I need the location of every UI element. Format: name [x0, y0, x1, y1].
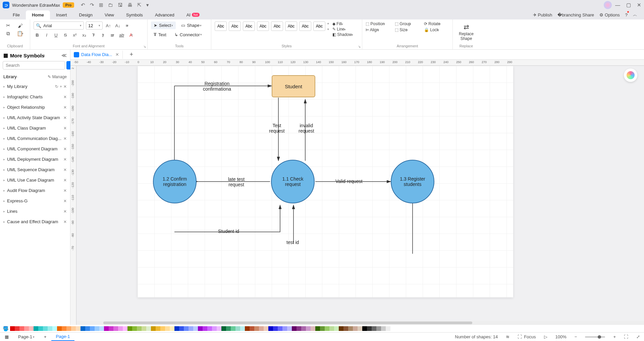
text-tool[interactable]: 𝐓 Text [151, 31, 169, 39]
zoom-in-icon[interactable]: + [609, 334, 620, 339]
color-swatch[interactable] [339, 326, 343, 331]
my-library[interactable]: ▸My Library ↻+✕ [0, 81, 70, 92]
page-list-icon[interactable]: ▦ [0, 333, 13, 341]
color-swatch[interactable] [372, 326, 376, 331]
layers-icon[interactable]: ≋ [502, 334, 514, 339]
tab-symbols[interactable]: Symbols [120, 10, 149, 19]
color-swatch[interactable] [376, 326, 381, 331]
close-category-icon[interactable]: ✕ [63, 136, 67, 141]
copy-icon[interactable]: ⧉ [3, 30, 13, 38]
color-swatch[interactable] [118, 326, 123, 331]
color-swatch[interactable] [142, 326, 146, 331]
print-icon[interactable]: 🖶 [127, 2, 132, 8]
close-category-icon[interactable]: ✕ [63, 126, 67, 131]
redo-icon[interactable]: ↷ [90, 2, 94, 8]
close-category-icon[interactable]: ✕ [63, 157, 67, 162]
add-icon[interactable]: + [60, 84, 62, 89]
page-canvas[interactable]: Student 1.2 Confirm registration 1.1 Che… [138, 66, 513, 297]
tab-insert[interactable]: Insert [50, 10, 73, 19]
color-swatch[interactable] [245, 326, 250, 331]
color-swatch[interactable] [132, 326, 137, 331]
color-swatch[interactable] [156, 326, 160, 331]
color-swatch[interactable] [179, 326, 184, 331]
subscript-icon[interactable]: x₂ [80, 31, 88, 39]
help-icon[interactable]: ? [625, 12, 628, 18]
user-avatar[interactable] [604, 1, 612, 9]
color-swatch[interactable] [10, 326, 15, 331]
zoom-out-icon[interactable]: − [571, 334, 581, 339]
close-category-icon[interactable]: ✕ [63, 178, 67, 183]
color-swatch[interactable] [80, 326, 85, 331]
shape-check-request[interactable]: 1.1 Check request [271, 160, 315, 203]
color-swatch[interactable] [38, 326, 43, 331]
close-category-icon[interactable]: ✕ [63, 105, 67, 110]
style-2[interactable]: Abc [229, 21, 241, 31]
color-swatch[interactable] [90, 326, 95, 331]
fontcolor-icon[interactable]: A▾ [127, 31, 135, 39]
color-swatch[interactable] [381, 326, 386, 331]
italic-icon[interactable]: I [43, 31, 50, 39]
ruler-vertical[interactable]: 2-200-190-180-170-160-150-140-130-120-11… [70, 66, 76, 325]
gallery-up-icon[interactable]: ▴ [327, 21, 329, 25]
style-7[interactable]: Abc [299, 21, 311, 31]
color-swatch[interactable] [212, 326, 217, 331]
label-student-id[interactable]: Student id [218, 229, 239, 234]
color-swatch[interactable] [268, 326, 273, 331]
color-swatch[interactable] [287, 326, 292, 331]
label-invalid-request[interactable]: invalid request [299, 123, 314, 134]
color-swatch[interactable] [48, 326, 52, 331]
category-item[interactable]: ▸Express-G✕ [0, 196, 70, 206]
close-category-icon[interactable]: ✕ [63, 115, 67, 120]
color-swatch[interactable] [320, 326, 325, 331]
tab-file[interactable]: File [7, 10, 26, 19]
color-swatch[interactable] [170, 326, 174, 331]
export-icon[interactable]: ⇱ [137, 2, 142, 8]
label-test-request[interactable]: Test request [269, 123, 285, 134]
tab-design[interactable]: Design [73, 10, 99, 19]
tab-home[interactable]: Home [26, 10, 50, 19]
zoom-level[interactable]: 100% [551, 334, 571, 339]
category-item[interactable]: ▸Audit Flow Diagram✕ [0, 185, 70, 196]
minimize-icon[interactable]: — [615, 2, 620, 8]
color-swatch[interactable] [217, 326, 221, 331]
color-swatch[interactable] [221, 326, 226, 331]
line-button[interactable]: ✎ Line ▾ [332, 27, 353, 32]
color-swatch[interactable] [311, 326, 315, 331]
category-item[interactable]: ▸UML Activity State Diagram✕ [0, 112, 70, 123]
close-category-icon[interactable]: ✕ [63, 95, 67, 99]
color-swatch[interactable] [273, 326, 278, 331]
color-swatch[interactable] [34, 326, 38, 331]
font-size-select[interactable]: 12▾ [86, 21, 103, 30]
bold-icon[interactable]: B [34, 31, 41, 39]
color-swatch[interactable] [390, 326, 395, 331]
color-swatch[interactable] [29, 326, 34, 331]
library-dropdown[interactable]: Library [3, 74, 17, 79]
chevron-up-icon[interactable]: ︿ [633, 12, 637, 18]
color-swatch[interactable] [24, 326, 29, 331]
color-swatch[interactable] [325, 326, 329, 331]
category-item[interactable]: ▸UML Use Case Diagram✕ [0, 175, 70, 185]
style-8[interactable]: Abc [313, 21, 325, 31]
add-page-icon[interactable]: + [39, 333, 51, 341]
fullscreen-icon[interactable]: ⤢ [632, 334, 644, 339]
gallery-down-icon[interactable]: ▾ [327, 28, 329, 31]
color-swatch[interactable] [76, 326, 80, 331]
color-swatch[interactable] [353, 326, 358, 331]
color-swatch[interactable] [165, 326, 170, 331]
align-button[interactable]: ⊨ Align▾ [366, 28, 391, 32]
styles-launcher-icon[interactable]: ↘ [358, 45, 361, 48]
color-swatch[interactable] [297, 326, 301, 331]
color-swatch[interactable] [15, 326, 19, 331]
label-test-id[interactable]: test id [286, 240, 299, 245]
format-painter-icon[interactable]: 🖌 [15, 21, 25, 30]
underline-icon[interactable]: U [52, 31, 60, 39]
color-swatch[interactable] [329, 326, 334, 331]
manage-link[interactable]: ✎ Manage [48, 75, 67, 79]
color-swatch[interactable] [386, 326, 390, 331]
close-category-icon[interactable]: ✕ [63, 167, 67, 172]
style-gallery[interactable]: Abc Abc Abc Abc Abc Abc Abc Abc ▴ ▾ [215, 21, 329, 31]
color-swatch[interactable] [57, 326, 62, 331]
close-category-icon[interactable]: ✕ [63, 147, 67, 151]
color-swatch[interactable] [282, 326, 287, 331]
play-icon[interactable]: ▷ [540, 334, 551, 339]
